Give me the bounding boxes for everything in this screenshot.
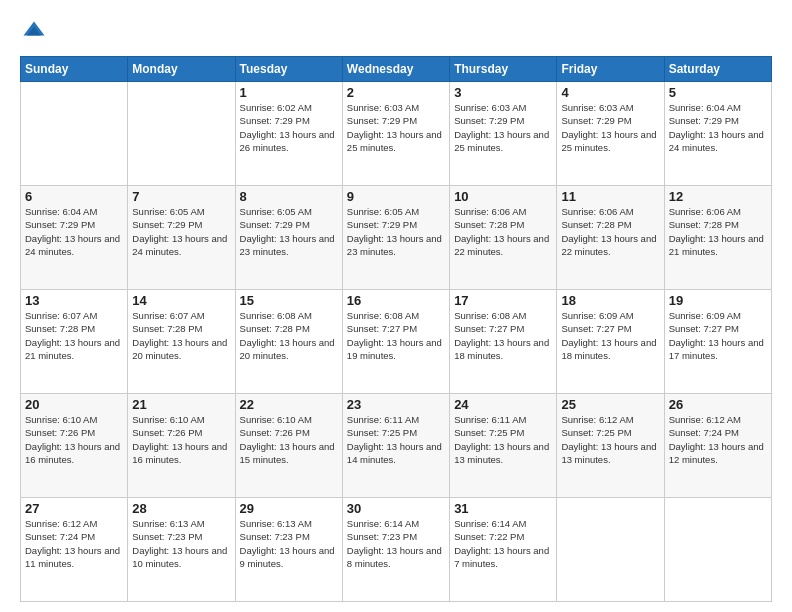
day-info: Sunrise: 6:11 AM Sunset: 7:25 PM Dayligh… xyxy=(454,413,552,466)
calendar-day-cell: 17Sunrise: 6:08 AM Sunset: 7:27 PM Dayli… xyxy=(450,290,557,394)
day-info: Sunrise: 6:08 AM Sunset: 7:27 PM Dayligh… xyxy=(454,309,552,362)
day-info: Sunrise: 6:03 AM Sunset: 7:29 PM Dayligh… xyxy=(454,101,552,154)
day-number: 4 xyxy=(561,85,659,100)
day-info: Sunrise: 6:14 AM Sunset: 7:23 PM Dayligh… xyxy=(347,517,445,570)
calendar-day-cell: 10Sunrise: 6:06 AM Sunset: 7:28 PM Dayli… xyxy=(450,186,557,290)
day-info: Sunrise: 6:11 AM Sunset: 7:25 PM Dayligh… xyxy=(347,413,445,466)
calendar-day-cell: 1Sunrise: 6:02 AM Sunset: 7:29 PM Daylig… xyxy=(235,82,342,186)
calendar-week-row: 6Sunrise: 6:04 AM Sunset: 7:29 PM Daylig… xyxy=(21,186,772,290)
day-info: Sunrise: 6:08 AM Sunset: 7:28 PM Dayligh… xyxy=(240,309,338,362)
logo xyxy=(20,18,52,46)
day-number: 19 xyxy=(669,293,767,308)
day-info: Sunrise: 6:13 AM Sunset: 7:23 PM Dayligh… xyxy=(132,517,230,570)
calendar-day-cell xyxy=(21,82,128,186)
calendar-day-cell: 19Sunrise: 6:09 AM Sunset: 7:27 PM Dayli… xyxy=(664,290,771,394)
calendar-day-cell xyxy=(664,498,771,602)
day-number: 11 xyxy=(561,189,659,204)
day-info: Sunrise: 6:10 AM Sunset: 7:26 PM Dayligh… xyxy=(240,413,338,466)
weekday-header: Sunday xyxy=(21,57,128,82)
day-number: 17 xyxy=(454,293,552,308)
calendar-day-cell: 23Sunrise: 6:11 AM Sunset: 7:25 PM Dayli… xyxy=(342,394,449,498)
calendar-day-cell: 31Sunrise: 6:14 AM Sunset: 7:22 PM Dayli… xyxy=(450,498,557,602)
calendar-day-cell: 7Sunrise: 6:05 AM Sunset: 7:29 PM Daylig… xyxy=(128,186,235,290)
day-number: 16 xyxy=(347,293,445,308)
weekday-header: Saturday xyxy=(664,57,771,82)
day-number: 20 xyxy=(25,397,123,412)
day-info: Sunrise: 6:04 AM Sunset: 7:29 PM Dayligh… xyxy=(669,101,767,154)
day-number: 26 xyxy=(669,397,767,412)
day-info: Sunrise: 6:13 AM Sunset: 7:23 PM Dayligh… xyxy=(240,517,338,570)
calendar-day-cell: 25Sunrise: 6:12 AM Sunset: 7:25 PM Dayli… xyxy=(557,394,664,498)
weekday-header: Friday xyxy=(557,57,664,82)
calendar-day-cell: 29Sunrise: 6:13 AM Sunset: 7:23 PM Dayli… xyxy=(235,498,342,602)
calendar-week-row: 27Sunrise: 6:12 AM Sunset: 7:24 PM Dayli… xyxy=(21,498,772,602)
day-number: 10 xyxy=(454,189,552,204)
day-info: Sunrise: 6:10 AM Sunset: 7:26 PM Dayligh… xyxy=(132,413,230,466)
calendar-day-cell: 2Sunrise: 6:03 AM Sunset: 7:29 PM Daylig… xyxy=(342,82,449,186)
calendar-day-cell: 18Sunrise: 6:09 AM Sunset: 7:27 PM Dayli… xyxy=(557,290,664,394)
calendar-day-cell: 20Sunrise: 6:10 AM Sunset: 7:26 PM Dayli… xyxy=(21,394,128,498)
logo-icon xyxy=(20,18,48,46)
calendar-day-cell xyxy=(128,82,235,186)
day-info: Sunrise: 6:05 AM Sunset: 7:29 PM Dayligh… xyxy=(347,205,445,258)
calendar-day-cell: 21Sunrise: 6:10 AM Sunset: 7:26 PM Dayli… xyxy=(128,394,235,498)
day-number: 25 xyxy=(561,397,659,412)
day-number: 24 xyxy=(454,397,552,412)
day-info: Sunrise: 6:05 AM Sunset: 7:29 PM Dayligh… xyxy=(132,205,230,258)
day-info: Sunrise: 6:12 AM Sunset: 7:24 PM Dayligh… xyxy=(669,413,767,466)
day-number: 1 xyxy=(240,85,338,100)
day-info: Sunrise: 6:03 AM Sunset: 7:29 PM Dayligh… xyxy=(561,101,659,154)
calendar-day-cell: 8Sunrise: 6:05 AM Sunset: 7:29 PM Daylig… xyxy=(235,186,342,290)
day-number: 5 xyxy=(669,85,767,100)
day-info: Sunrise: 6:05 AM Sunset: 7:29 PM Dayligh… xyxy=(240,205,338,258)
calendar-day-cell: 16Sunrise: 6:08 AM Sunset: 7:27 PM Dayli… xyxy=(342,290,449,394)
day-number: 14 xyxy=(132,293,230,308)
calendar-day-cell: 15Sunrise: 6:08 AM Sunset: 7:28 PM Dayli… xyxy=(235,290,342,394)
calendar-day-cell: 22Sunrise: 6:10 AM Sunset: 7:26 PM Dayli… xyxy=(235,394,342,498)
header-row: SundayMondayTuesdayWednesdayThursdayFrid… xyxy=(21,57,772,82)
day-number: 22 xyxy=(240,397,338,412)
day-info: Sunrise: 6:06 AM Sunset: 7:28 PM Dayligh… xyxy=(669,205,767,258)
day-info: Sunrise: 6:02 AM Sunset: 7:29 PM Dayligh… xyxy=(240,101,338,154)
day-info: Sunrise: 6:07 AM Sunset: 7:28 PM Dayligh… xyxy=(132,309,230,362)
day-info: Sunrise: 6:12 AM Sunset: 7:25 PM Dayligh… xyxy=(561,413,659,466)
calendar-day-cell: 28Sunrise: 6:13 AM Sunset: 7:23 PM Dayli… xyxy=(128,498,235,602)
calendar-day-cell: 3Sunrise: 6:03 AM Sunset: 7:29 PM Daylig… xyxy=(450,82,557,186)
day-number: 18 xyxy=(561,293,659,308)
day-info: Sunrise: 6:09 AM Sunset: 7:27 PM Dayligh… xyxy=(669,309,767,362)
day-number: 6 xyxy=(25,189,123,204)
day-info: Sunrise: 6:12 AM Sunset: 7:24 PM Dayligh… xyxy=(25,517,123,570)
day-number: 12 xyxy=(669,189,767,204)
day-number: 27 xyxy=(25,501,123,516)
calendar-day-cell: 14Sunrise: 6:07 AM Sunset: 7:28 PM Dayli… xyxy=(128,290,235,394)
header xyxy=(20,18,772,46)
day-number: 28 xyxy=(132,501,230,516)
day-number: 8 xyxy=(240,189,338,204)
calendar-day-cell: 6Sunrise: 6:04 AM Sunset: 7:29 PM Daylig… xyxy=(21,186,128,290)
day-number: 31 xyxy=(454,501,552,516)
day-info: Sunrise: 6:04 AM Sunset: 7:29 PM Dayligh… xyxy=(25,205,123,258)
day-number: 9 xyxy=(347,189,445,204)
calendar-day-cell: 5Sunrise: 6:04 AM Sunset: 7:29 PM Daylig… xyxy=(664,82,771,186)
day-info: Sunrise: 6:06 AM Sunset: 7:28 PM Dayligh… xyxy=(561,205,659,258)
calendar-body: 1Sunrise: 6:02 AM Sunset: 7:29 PM Daylig… xyxy=(21,82,772,602)
day-info: Sunrise: 6:07 AM Sunset: 7:28 PM Dayligh… xyxy=(25,309,123,362)
day-info: Sunrise: 6:08 AM Sunset: 7:27 PM Dayligh… xyxy=(347,309,445,362)
day-info: Sunrise: 6:10 AM Sunset: 7:26 PM Dayligh… xyxy=(25,413,123,466)
calendar-day-cell: 12Sunrise: 6:06 AM Sunset: 7:28 PM Dayli… xyxy=(664,186,771,290)
calendar-header: SundayMondayTuesdayWednesdayThursdayFrid… xyxy=(21,57,772,82)
day-number: 3 xyxy=(454,85,552,100)
day-number: 13 xyxy=(25,293,123,308)
calendar-day-cell: 11Sunrise: 6:06 AM Sunset: 7:28 PM Dayli… xyxy=(557,186,664,290)
weekday-header: Thursday xyxy=(450,57,557,82)
calendar-day-cell: 27Sunrise: 6:12 AM Sunset: 7:24 PM Dayli… xyxy=(21,498,128,602)
calendar-day-cell: 24Sunrise: 6:11 AM Sunset: 7:25 PM Dayli… xyxy=(450,394,557,498)
weekday-header: Wednesday xyxy=(342,57,449,82)
weekday-header: Monday xyxy=(128,57,235,82)
day-number: 21 xyxy=(132,397,230,412)
calendar-week-row: 1Sunrise: 6:02 AM Sunset: 7:29 PM Daylig… xyxy=(21,82,772,186)
day-info: Sunrise: 6:06 AM Sunset: 7:28 PM Dayligh… xyxy=(454,205,552,258)
day-number: 23 xyxy=(347,397,445,412)
page: SundayMondayTuesdayWednesdayThursdayFrid… xyxy=(0,0,792,612)
calendar-table: SundayMondayTuesdayWednesdayThursdayFrid… xyxy=(20,56,772,602)
